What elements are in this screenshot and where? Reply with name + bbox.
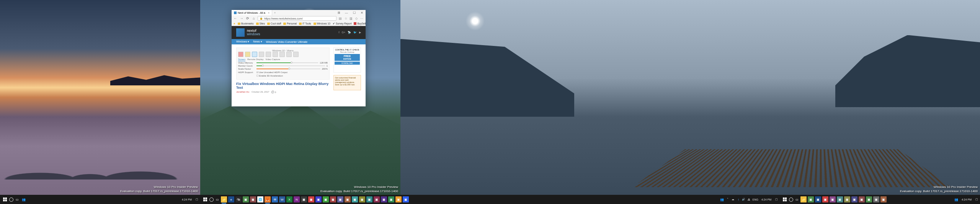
monitor-3-desktop[interactable]: Windows 10 Pro Insider Preview Evaluatio… [400, 0, 980, 195]
clock[interactable]: 4:24 PM [960, 198, 973, 201]
pin-app[interactable]: ▣ [880, 196, 887, 202]
cortana-icon[interactable] [9, 197, 13, 202]
pin-app[interactable]: ▣ [359, 196, 365, 202]
task-view-icon[interactable]: ▭ [214, 197, 220, 202]
ad-financial[interactable]: Get customized financial advice and cash… [333, 75, 361, 90]
clock[interactable]: 4:24 PM [180, 198, 193, 201]
language-indicator[interactable]: ENG [753, 198, 758, 201]
action-center-icon[interactable]: ▢ [975, 197, 978, 201]
taskbar-monitor-2[interactable]: ▭ 📁 e 🛍 ▣ ▣ 🌐 🦊 ✉ W X N ▣ ▣ ▣ ▣ ▣ ▣ ▣ ▣ … [200, 195, 780, 204]
bookmark-folder[interactable]: Bookmarks [238, 22, 254, 25]
youtube-icon[interactable]: ▶ [359, 31, 361, 34]
pin-store[interactable]: 🛍 [235, 196, 242, 202]
reading-view-icon[interactable]: ▤ [338, 16, 343, 21]
pin-app[interactable]: ▣ [815, 196, 821, 202]
site-logo-icon[interactable] [236, 28, 245, 37]
volume-icon[interactable]: 🔊 [742, 197, 746, 201]
system-tray[interactable]: 4:24 PM ▢ [180, 197, 199, 201]
pin-app[interactable]: ▣ [337, 196, 343, 202]
pin-outlook[interactable]: ✉ [272, 196, 278, 202]
close-button[interactable]: ✕ [358, 10, 366, 15]
tab-close-icon[interactable]: × [268, 11, 270, 14]
nav-windows[interactable]: Windows ▾ [236, 40, 249, 43]
pin-app[interactable]: ▣ [308, 196, 314, 202]
twitter-icon[interactable]: 🐦 [353, 31, 357, 34]
pin-app[interactable]: ▣ [851, 196, 858, 202]
back-button[interactable]: ← [233, 16, 238, 21]
pin-app[interactable]: ▣ [352, 196, 358, 202]
pin-app[interactable]: 📁 [800, 196, 807, 202]
pin-app[interactable]: ▣ [345, 196, 351, 202]
tray-overflow-icon[interactable]: ˄ [726, 197, 730, 201]
bookmark-item[interactable]: BuySellAds [354, 22, 366, 25]
bookmark-folder[interactable]: Cool stuff [267, 22, 281, 25]
pin-app[interactable]: ▣ [837, 196, 843, 202]
taskbar-monitor-1[interactable]: ▭ 👥 4:24 PM ▢ [0, 195, 200, 204]
people-icon[interactable]: 👥 [954, 197, 959, 202]
pin-app[interactable]: ▣ [866, 196, 872, 202]
action-center-icon[interactable]: ▢ [774, 197, 778, 201]
nav-converter[interactable]: Windows Video Converter Ultimate [266, 41, 307, 43]
home-button[interactable]: ⌂ [252, 16, 256, 21]
library-icon[interactable]: ▥ [349, 16, 353, 21]
start-button[interactable] [202, 196, 209, 203]
pin-app[interactable]: ▣ [301, 196, 307, 202]
start-button[interactable] [2, 196, 8, 203]
system-tray[interactable]: ˄ ☁ ᚼ 🔊 🖧 ENG 4:24 PM ▢ [726, 197, 778, 201]
pin-app[interactable]: ▣ [374, 196, 380, 202]
site-logo-text[interactable]: nextof windows [247, 29, 260, 36]
refresh-button[interactable]: ⟳ [245, 16, 250, 21]
pin-app[interactable]: ▣ [366, 196, 372, 202]
task-view-icon[interactable]: ▭ [794, 197, 800, 202]
cortana-icon[interactable] [209, 197, 214, 202]
pin-app[interactable]: ▣ [403, 196, 409, 202]
cortana-icon[interactable] [789, 197, 793, 202]
network-icon[interactable]: 🖧 [747, 197, 751, 201]
extensions-icon[interactable]: ◇ [354, 16, 359, 21]
rss-icon[interactable]: 📡 [348, 31, 351, 34]
article-comments[interactable]: 💬 0 [271, 91, 276, 93]
ad-remote-desktop[interactable]: CONTROL THE I.T. CHAOS Remote Desktop FR… [333, 47, 361, 73]
nav-news[interactable]: News ▾ [253, 40, 262, 43]
pin-app[interactable]: ▣ [808, 196, 814, 202]
pin-app[interactable]: ▣ [873, 196, 879, 202]
pin-app[interactable]: ▣ [395, 196, 402, 202]
pin-excel[interactable]: X [286, 196, 292, 202]
pin-word[interactable]: W [279, 196, 285, 202]
pin-app[interactable]: ▣ [323, 196, 329, 202]
bookmark-item[interactable]: ✔ Survey Report [333, 22, 352, 25]
browser-tab-active[interactable]: Next of Windows - All a × [232, 10, 272, 15]
bluetooth-icon[interactable]: ᚼ [737, 197, 740, 201]
pin-app[interactable]: ▣ [381, 196, 387, 202]
monitor-2-desktop[interactable]: Next of Windows - All a × + ⊞ — ☐ ✕ ← → … [200, 0, 400, 195]
pin-file-explorer[interactable]: 📁 [221, 196, 227, 202]
minimize-button[interactable]: — [343, 10, 350, 15]
pin-app[interactable]: ▣ [388, 196, 394, 202]
pin-app[interactable]: ▣ [250, 196, 256, 202]
pin-app[interactable]: ▣ [830, 196, 836, 202]
favorite-icon[interactable]: ☆ [343, 16, 348, 21]
pin-app[interactable]: ▣ [330, 196, 336, 202]
caption-sidebar-button[interactable]: ⊞ [335, 10, 343, 15]
browser-titlebar[interactable]: Next of Windows - All a × + ⊞ — ☐ ✕ [232, 10, 366, 15]
url-field[interactable]: 🔒 https://www.nextofwindows.com/ [258, 16, 336, 21]
bookmark-folder[interactable]: Windows 10 [314, 22, 330, 25]
pin-chrome[interactable]: 🌐 [257, 196, 263, 202]
facebook-icon[interactable]: f [339, 31, 340, 34]
pin-app[interactable]: ▣ [859, 196, 865, 202]
onedrive-icon[interactable]: ☁ [731, 197, 735, 201]
bookmark-folder[interactable]: Sites [256, 22, 265, 25]
people-icon[interactable]: 👥 [21, 197, 26, 202]
article-title[interactable]: Fix Virtualbox Windows HiDPI Mac Retina … [236, 82, 330, 90]
clock[interactable]: 4:24 PM [760, 198, 773, 201]
maximize-button[interactable]: ☐ [350, 10, 358, 15]
system-tray[interactable]: 4:24 PM ▢ [960, 197, 978, 201]
pin-firefox[interactable]: 🦊 [265, 196, 271, 202]
action-center-icon[interactable]: ▢ [195, 197, 199, 201]
article-author[interactable]: Jonathan Hu [236, 91, 249, 93]
google-plus-icon[interactable]: G+ [341, 31, 345, 34]
forward-button[interactable]: → [239, 16, 244, 21]
page-content[interactable]: nextof windows f G+ 📡 🐦 ▶ Windows ▾ News… [232, 26, 366, 106]
taskbar-monitor-3[interactable]: ▭ 📁 ▣ ▣ ▣ ▣ ▣ ▣ ▣ ▣ ▣ ▣ ▣ 👥 4:24 PM ▢ [780, 195, 980, 204]
pin-app[interactable]: ▣ [243, 196, 249, 202]
